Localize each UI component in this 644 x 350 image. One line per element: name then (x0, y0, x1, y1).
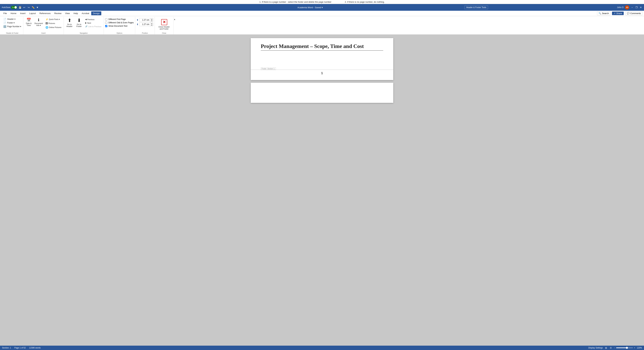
comments-button[interactable]: 💬 Comments (626, 12, 642, 15)
menu-review[interactable]: Review (53, 12, 63, 15)
zoom-out-button[interactable]: − (614, 347, 615, 349)
footer-position-down[interactable]: ▼ (150, 24, 153, 26)
menu-view[interactable]: View (64, 12, 72, 15)
link-to-previous-button[interactable]: 🔗 Link to Previous (84, 25, 102, 28)
menu-layout[interactable]: Layout (28, 12, 38, 15)
menu-bar: File Home Insert Layout References Revie… (0, 11, 644, 16)
footer-position-spinbox[interactable]: ▲ ▼ (139, 23, 153, 26)
different-odd-even-option[interactable]: Different Odd & Even Pages (105, 22, 134, 24)
footer-button[interactable]: 📄 Footer ▾ (3, 21, 22, 25)
search-label: Search (602, 12, 609, 15)
close-group-content: ✕ Close Header and Footer (156, 18, 172, 32)
zoom-thumb[interactable] (626, 347, 628, 349)
options-group-label: Options (116, 32, 122, 34)
status-bar-right: Display Settings ▤ ⊟ − + 120% (588, 346, 642, 349)
print-layout-view-button[interactable]: ▤ (604, 346, 608, 349)
online-pictures-icon: 🌐 (46, 26, 48, 29)
ribbon-group-navigation: ⬆ Go toHeader ⬇ Go toFooter ◀ Previous ▶… (64, 17, 104, 34)
zoom-slider[interactable]: − + (614, 347, 635, 349)
ribbon-group-header-footer: 📄 Header ▾ 📄 Footer ▾ 🔢 Page Number ▾ He… (1, 17, 23, 34)
different-first-page-checkbox[interactable] (105, 18, 107, 21)
close-header-footer-button[interactable]: ✕ Close Header and Footer (157, 18, 172, 31)
redo-icon[interactable]: ↪ (27, 6, 30, 9)
close-x-icon: ✕ (161, 19, 167, 25)
menu-home[interactable]: Home (9, 12, 18, 15)
share-label: Share (616, 12, 622, 15)
document-info-button[interactable]: ℹ DocumentInfo ▾ (33, 18, 44, 27)
different-first-page-option[interactable]: Different First Page (105, 18, 134, 21)
insert-group-label: Insert (42, 32, 46, 34)
menu-help[interactable]: Help (72, 12, 80, 15)
footer-label: Footer ▾ (7, 22, 14, 24)
search-button[interactable]: 🔍 Search (597, 12, 610, 15)
page-2-content (251, 83, 393, 93)
menu-references[interactable]: References (38, 12, 52, 15)
restore-button[interactable]: ❐ (635, 6, 638, 9)
page-2 (251, 83, 393, 103)
document-info-label: DocumentInfo ▾ (34, 22, 43, 27)
position-group-content-wrap: ⬆ ▲ ▼ ⬇ ▲ ▼ (136, 18, 153, 32)
page-1-body (261, 54, 383, 71)
next-label: Next (87, 22, 91, 24)
menu-acrobat[interactable]: Acrobat (80, 12, 91, 15)
footer-position-up[interactable]: ▲ (150, 23, 153, 24)
header-position-input[interactable] (139, 19, 150, 21)
nav-group-content: ⬆ Go toHeader ⬇ Go toFooter ◀ Previous ▶… (65, 18, 102, 32)
next-button[interactable]: ▶ Next (84, 21, 102, 25)
autosave-pill[interactable]: On (11, 6, 17, 9)
show-document-text-checkbox[interactable] (105, 25, 107, 27)
autosave-label: AutoSave (2, 6, 10, 9)
go-to-header-icon: ⬆ (68, 18, 72, 23)
different-odd-even-label: Different Odd & Even Pages (108, 22, 134, 24)
page-number-display: 1 (321, 72, 323, 75)
header-position-spinbox[interactable]: ▲ ▼ (139, 18, 153, 22)
user-avatar[interactable]: JO (625, 5, 629, 10)
page-number-button[interactable]: 🔢 Page Number ▾ (3, 25, 22, 28)
header-position-down[interactable]: ▼ (150, 20, 153, 22)
date-time-button[interactable]: 📅 Date &Time (25, 18, 33, 27)
online-pictures-button[interactable]: 🌐 Online Pictures (44, 26, 62, 29)
touch-icon[interactable]: ✏️ (32, 6, 34, 9)
go-to-footer-button[interactable]: ⬇ Go toFooter (75, 18, 83, 28)
undo-icon[interactable]: ↩ (23, 6, 26, 9)
header-button[interactable]: 📄 Header ▾ (3, 18, 22, 21)
menu-design[interactable]: Design (91, 12, 101, 15)
pictures-button[interactable]: 🖼 Pictures (44, 22, 62, 25)
quick-parts-button[interactable]: ⚡ Quick Parts ▾ (44, 18, 62, 21)
previous-button[interactable]: ◀ Previous (84, 18, 102, 21)
title-bar: AutoSave On 💾 ↩ ↪ ✏️ ▼ Academia Word - S… (0, 4, 644, 11)
zoom-track[interactable] (616, 347, 633, 348)
dropdown-icon[interactable]: ▼ (36, 6, 39, 9)
go-to-header-button[interactable]: ⬆ Go toHeader (65, 18, 74, 28)
close-group-label: Close (162, 32, 166, 34)
position-group-label: Position (142, 32, 148, 34)
footer-position-input[interactable] (139, 23, 150, 26)
display-settings-button[interactable]: Display Settings (588, 347, 603, 349)
quick-parts-icon: ⚡ (46, 18, 48, 21)
footer-content[interactable]: 1 (251, 70, 393, 75)
different-odd-even-checkbox[interactable] (105, 22, 107, 24)
footer-position-arrows: ▲ ▼ (150, 23, 153, 26)
document-title: Project Management – Scope, Time and Cos… (261, 43, 383, 51)
pictures-label: Pictures (48, 22, 55, 24)
close-button[interactable]: ✕ (639, 6, 642, 9)
header-position-arrows: ▲ ▼ (150, 18, 153, 22)
save-icon[interactable]: 💾 (18, 6, 22, 9)
autosave-toggle[interactable]: AutoSave On (2, 6, 17, 9)
menu-insert[interactable]: Insert (18, 12, 27, 15)
date-time-icon: 📅 (26, 18, 31, 22)
minimize-button[interactable]: − (630, 6, 634, 9)
page-number-icon: 🔢 (3, 25, 6, 28)
ribbon-group-insert: 📅 Date &Time ℹ DocumentInfo ▾ ⚡ Quick Pa… (23, 17, 64, 34)
show-document-text-option[interactable]: Show Document Text (105, 25, 134, 27)
web-layout-view-button[interactable]: ⊟ (609, 346, 612, 349)
previous-label: Previous (87, 19, 94, 21)
header-label: Header ▾ (7, 18, 16, 20)
zoom-in-button[interactable]: + (634, 347, 635, 349)
share-button[interactable]: ↗ Share (612, 12, 624, 15)
menu-file[interactable]: File (2, 12, 8, 15)
title-bar-right: John O JO − ❐ ✕ (488, 5, 642, 10)
ribbon-collapse-button[interactable]: ▲ (174, 17, 176, 34)
user-name: John O (617, 6, 624, 9)
header-position-up[interactable]: ▲ (150, 18, 153, 20)
